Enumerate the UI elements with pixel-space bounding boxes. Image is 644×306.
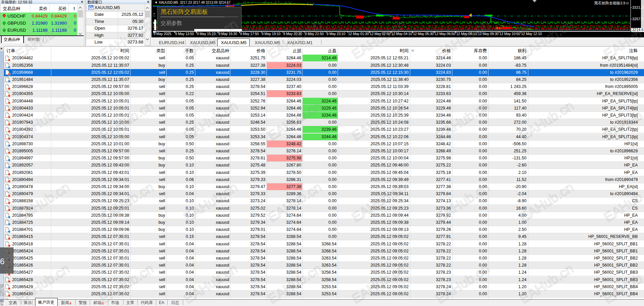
svg-text:#: #	[153, 12, 155, 15]
